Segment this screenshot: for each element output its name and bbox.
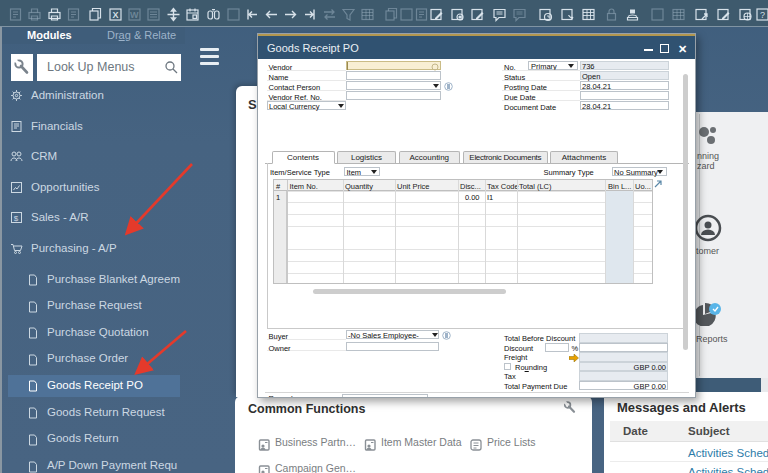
svg-text:?: ? (760, 10, 765, 20)
svg-text:W: W (130, 10, 139, 20)
svg-text:$: $ (14, 214, 19, 223)
svg-text:X: X (112, 10, 118, 20)
